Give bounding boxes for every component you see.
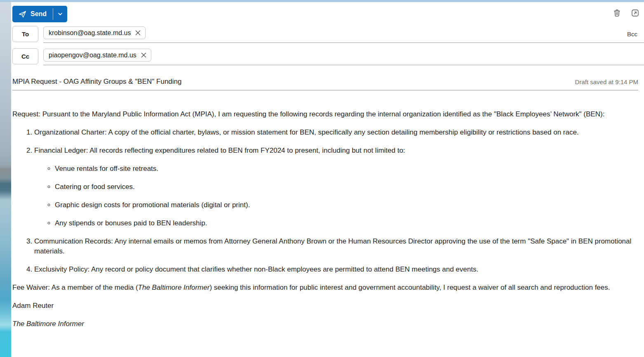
cc-recipient-address: piaopengov@oag.state.md.us — [49, 52, 136, 59]
send-options-button[interactable] — [53, 6, 67, 22]
numbered-item-1-text: Organizational Charter: A copy of the of… — [34, 128, 579, 136]
compose-surface: Send — [11, 0, 644, 357]
open-in-new-window-icon — [631, 9, 639, 17]
send-button-label: Send — [31, 10, 47, 18]
cc-button[interactable]: Cc — [12, 48, 38, 64]
discard-draft-button[interactable] — [613, 9, 621, 17]
send-button-group: Send — [12, 6, 67, 22]
to-button[interactable]: To — [12, 26, 38, 42]
open-in-new-window-button[interactable] — [631, 9, 639, 17]
numbered-item-4-text: Exclusivity Policy: Any record or policy… — [34, 265, 478, 273]
bullet-item: Venue rentals for off-site retreats. — [55, 164, 638, 174]
subject-input[interactable]: MPIA Request - OAG Affinity Groups & "BE… — [12, 78, 182, 86]
numbered-item-1: Organizational Charter: A copy of the of… — [34, 128, 638, 137]
remove-recipient-icon[interactable] — [135, 30, 141, 35]
bcc-toggle[interactable]: Bcc — [627, 31, 637, 38]
signature-publication: The Baltimore Informer — [12, 319, 638, 329]
signature-name: Adam Reuter — [12, 301, 638, 311]
send-icon — [18, 10, 27, 19]
bullet-item: Catering or food services. — [55, 182, 638, 192]
to-field-underline — [43, 43, 644, 43]
compose-header: Send — [11, 0, 644, 90]
draft-saved-status: Draft saved at 9:14 PM — [575, 78, 638, 85]
subject-underline — [12, 90, 638, 90]
bullet-item: Any stipends or bonuses paid to BEN lead… — [55, 218, 638, 228]
fee-waiver-prefix: Fee Waiver: As a member of the media ( — [12, 284, 138, 291]
body-intro-paragraph: Request: Pursuant to the Maryland Public… — [12, 109, 638, 119]
cc-recipient-pill[interactable]: piaopengov@oag.state.md.us — [43, 49, 151, 61]
remove-recipient-icon[interactable] — [141, 52, 146, 58]
compose-toolbar-right — [613, 9, 639, 17]
window-top-border — [0, 0, 644, 2]
bullet-item: Graphic design costs for promotional mat… — [55, 200, 638, 210]
to-recipient-address: krobinson@oag.state.md.us — [49, 29, 131, 37]
trash-icon — [613, 9, 621, 17]
message-body-editor[interactable]: Request: Pursuant to the Maryland Public… — [11, 90, 644, 354]
fee-waiver-paragraph: Fee Waiver: As a member of the media (Th… — [12, 283, 638, 293]
numbered-item-2-text: Financial Ledger: All records reflecting… — [34, 147, 405, 154]
background-image-strip — [0, 0, 11, 357]
fee-waiver-suffix: ) seeking this information for public in… — [209, 284, 610, 291]
numbered-item-3-text: Communication Records: Any internal emai… — [34, 237, 631, 255]
financial-ledger-bullets: Venue rentals for off-site retreats. Cat… — [34, 164, 638, 228]
fee-waiver-publication: The Baltimore Informer — [138, 284, 210, 291]
to-recipient-pill[interactable]: krobinson@oag.state.md.us — [43, 26, 146, 39]
numbered-item-3: Communication Records: Any internal emai… — [34, 236, 638, 256]
cc-field-underline — [43, 65, 644, 65]
numbered-item-4: Exclusivity Policy: Any record or policy… — [34, 265, 638, 274]
mail-compose-window: Send — [0, 0, 644, 357]
numbered-item-2: Financial Ledger: All records reflecting… — [34, 146, 638, 228]
chevron-down-icon — [57, 11, 63, 17]
request-numbered-list: Organizational Charter: A copy of the of… — [12, 128, 638, 274]
send-button[interactable]: Send — [12, 6, 53, 22]
